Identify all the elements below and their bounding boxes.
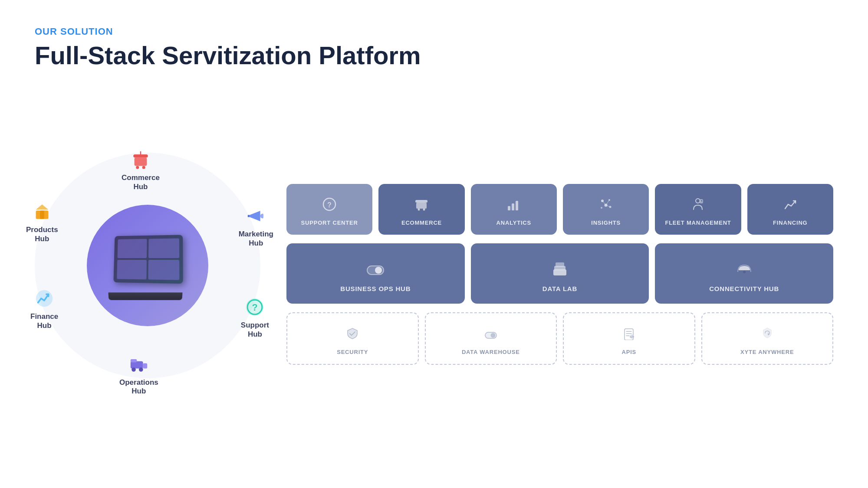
svg-rect-25 bbox=[512, 203, 514, 210]
svg-rect-41 bbox=[553, 269, 566, 275]
svg-point-3 bbox=[142, 166, 145, 169]
svg-rect-21 bbox=[416, 203, 427, 209]
connectivity-hub-label: CONNECTIVITY HUB bbox=[709, 285, 779, 292]
xyte-anywhere-label: XYTE ANYWHERE bbox=[740, 349, 794, 355]
support-center-icon: ? bbox=[319, 194, 339, 214]
support-center-label: SUPPORT CENTER bbox=[301, 219, 358, 226]
top-cards-row: ? SUPPORT CENTER ECO bbox=[286, 184, 833, 235]
screen-block-2 bbox=[148, 239, 179, 259]
inner-circle bbox=[87, 205, 208, 326]
card-security[interactable]: SECURITY bbox=[286, 312, 419, 365]
operations-label: OperationsHub bbox=[119, 378, 158, 396]
hub-item-marketing[interactable]: MarketingHub bbox=[239, 205, 273, 248]
financing-icon bbox=[780, 194, 800, 214]
svg-rect-9 bbox=[131, 361, 143, 368]
svg-rect-13 bbox=[131, 359, 137, 362]
svg-point-22 bbox=[418, 208, 420, 210]
svg-rect-1 bbox=[135, 158, 147, 166]
card-analytics[interactable]: ANALYTICS bbox=[471, 184, 557, 235]
hub-item-operations[interactable]: OperationsHub bbox=[119, 353, 158, 396]
card-support-center[interactable]: ? SUPPORT CENTER bbox=[286, 184, 372, 235]
commerce-label: CommerceHub bbox=[122, 174, 160, 191]
svg-rect-43 bbox=[556, 262, 564, 267]
analytics-icon bbox=[504, 194, 524, 214]
device-illustration bbox=[104, 231, 191, 300]
fleet-management-icon bbox=[688, 194, 708, 214]
svg-point-14 bbox=[36, 290, 53, 307]
card-financing[interactable]: FINANCING bbox=[747, 184, 833, 235]
page-title: Full-Stack Servitization Platform bbox=[35, 42, 833, 69]
apis-icon: </> bbox=[619, 324, 639, 344]
business-ops-icon bbox=[364, 256, 387, 280]
card-connectivity-hub[interactable]: CONNECTIVITY HUB bbox=[655, 243, 833, 304]
screen-content bbox=[117, 239, 179, 280]
svg-rect-26 bbox=[516, 201, 518, 210]
svg-marker-16 bbox=[36, 205, 48, 210]
ecommerce-icon bbox=[411, 194, 431, 214]
operations-icon bbox=[128, 353, 150, 376]
svg-text:?: ? bbox=[327, 201, 332, 209]
svg-point-35 bbox=[696, 199, 700, 203]
support-label: SupportHub bbox=[241, 321, 269, 339]
svg-rect-20 bbox=[415, 200, 427, 203]
svg-rect-5 bbox=[248, 215, 250, 217]
svg-point-11 bbox=[132, 367, 136, 372]
svg-line-33 bbox=[606, 200, 609, 205]
analytics-label: ANALYTICS bbox=[496, 219, 531, 226]
card-ecommerce[interactable]: ECOMMERCE bbox=[378, 184, 464, 235]
card-apis[interactable]: </> APIs bbox=[563, 312, 695, 365]
fleet-management-label: FLEET MANAGEMENT bbox=[665, 219, 731, 226]
middle-cards-row: BUSINESS OPS HUB DATA LAB bbox=[286, 243, 833, 304]
svg-point-23 bbox=[423, 208, 425, 210]
card-data-lab[interactable]: DATA LAB bbox=[471, 243, 649, 304]
apis-label: APIs bbox=[621, 349, 636, 355]
data-lab-label: DATA LAB bbox=[542, 285, 577, 292]
hub-item-products[interactable]: ProductsHub bbox=[26, 200, 58, 243]
connectivity-hub-icon bbox=[733, 256, 756, 280]
commerce-icon bbox=[129, 148, 152, 171]
card-data-warehouse[interactable]: DATA WAREHOUSE bbox=[425, 312, 557, 365]
marketing-label: MarketingHub bbox=[239, 230, 273, 248]
finance-label: FinanceHub bbox=[30, 312, 58, 330]
financing-label: FINANCING bbox=[773, 219, 807, 226]
svg-text:?: ? bbox=[252, 302, 258, 313]
xyte-anywhere-icon bbox=[757, 324, 777, 344]
svg-line-32 bbox=[602, 201, 606, 205]
data-lab-icon bbox=[548, 256, 572, 280]
card-business-ops[interactable]: BUSINESS OPS HUB bbox=[286, 243, 465, 304]
svg-point-12 bbox=[139, 367, 143, 372]
marketing-icon bbox=[245, 205, 267, 227]
finance-icon bbox=[33, 287, 56, 310]
svg-rect-0 bbox=[133, 154, 148, 157]
data-warehouse-label: DATA WAREHOUSE bbox=[462, 349, 520, 355]
content-area: CommerceHub MarketingHub bbox=[35, 87, 833, 462]
svg-point-44 bbox=[743, 271, 746, 273]
ecommerce-label: ECOMMERCE bbox=[401, 219, 442, 226]
business-ops-label: BUSINESS OPS HUB bbox=[340, 285, 411, 292]
device-base bbox=[108, 293, 183, 300]
bottom-cards-row: SECURITY DATA WAREHOUSE bbox=[286, 312, 833, 365]
support-icon: ? bbox=[243, 296, 266, 318]
svg-rect-36 bbox=[700, 199, 703, 203]
security-icon bbox=[342, 324, 362, 344]
card-insights[interactable]: INSIGHTS bbox=[563, 184, 649, 235]
right-grid: ? SUPPORT CENTER ECO bbox=[286, 184, 833, 365]
screen-block-4 bbox=[148, 260, 179, 280]
svg-point-31 bbox=[601, 207, 602, 209]
page-container: OUR SOLUTION Full-Stack Servitization Pl… bbox=[0, 0, 868, 488]
hub-item-support[interactable]: ? SupportHub bbox=[241, 296, 269, 339]
products-icon bbox=[31, 200, 53, 223]
card-fleet-management[interactable]: FLEET MANAGEMENT bbox=[655, 184, 741, 235]
insights-icon bbox=[596, 194, 616, 214]
svg-point-47 bbox=[490, 333, 495, 337]
svg-text:</>: </> bbox=[630, 335, 634, 338]
insights-label: INSIGHTS bbox=[591, 219, 621, 226]
hub-item-commerce[interactable]: CommerceHub bbox=[122, 148, 160, 191]
hub-item-finance[interactable]: FinanceHub bbox=[30, 287, 58, 330]
device-screen bbox=[113, 235, 183, 284]
screen-block-3 bbox=[117, 260, 147, 279]
card-xyte-anywhere[interactable]: XYTE ANYWHERE bbox=[701, 312, 834, 365]
our-solution-label: OUR SOLUTION bbox=[35, 26, 833, 37]
header: OUR SOLUTION Full-Stack Servitization Pl… bbox=[35, 26, 833, 69]
svg-rect-24 bbox=[508, 206, 510, 210]
